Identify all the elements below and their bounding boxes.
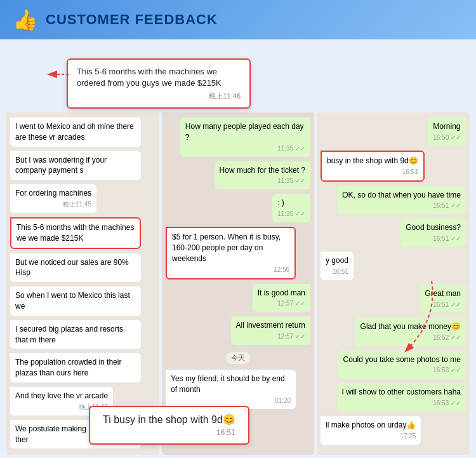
bubble-time: 16:51 ✓✓ [342, 201, 461, 210]
bubble-text: I will show to other customers haha [342, 387, 461, 398]
bubble-text: It is good man [258, 288, 305, 299]
bubble-text: : ) [277, 198, 305, 208]
chat-bubble: For ordering machines晚上11:45 [10, 184, 96, 213]
bubble-text: The population crowded in their plazas t… [15, 357, 136, 379]
bubble-time: 16:52 ✓✓ [360, 333, 461, 342]
bubble-text: How much for the ticket ? [220, 165, 305, 176]
highlight-top-time: 晚上11:46 [77, 91, 241, 101]
chat-bubble: ll make photos on urday👍17:25 [321, 416, 421, 445]
bubble-text: I went to Mexico and oh mine there are t… [15, 121, 136, 143]
bubble-time: 16:51 [327, 168, 418, 177]
chat-bubble: Yes my friend, it should be by end of mo… [166, 370, 296, 409]
highlight-box-bottom: Ti busy in the shop with 9d😊 16:51 [89, 406, 249, 445]
chat-bubble: I will show to other customers haha16:53… [337, 383, 466, 412]
page-title: CUSTOMER FEEDBACK [46, 11, 218, 28]
chat-bubble: So when I went to Mexico this last we [10, 286, 141, 316]
bubble-text: But we noticed our sales are 90% Hisp [15, 257, 136, 279]
bubble-time: 12:56 [172, 266, 289, 274]
bubble-text: Good business? [406, 222, 461, 233]
chat-bubble: This 5-6 months with the machines we we … [10, 217, 141, 249]
chat-bubble: y good16:51 [321, 252, 354, 280]
bubble-text: Glad that you make money😊 [360, 321, 461, 332]
bubble-text: OK, so do that when you have time [342, 190, 461, 201]
chat-bubble: I went to Mexico and oh mine there are t… [10, 118, 141, 147]
bubble-text: ll make photos on urday👍 [326, 420, 416, 431]
bubble-text: So when I went to Mexico this last we [15, 290, 136, 312]
bubble-text: For ordering machines [15, 188, 91, 199]
bubble-time: 16:53 ✓✓ [343, 366, 461, 375]
bubble-time: 11:35 ✓✓ [220, 177, 305, 185]
bubble-text: Could you take some photos to me [343, 354, 461, 365]
bubble-time: 12:57 ✓✓ [258, 299, 305, 308]
bubble-text: busy in the shop with 9d😊 [327, 156, 418, 166]
chat-bubble: But I was wondering if your company paym… [10, 151, 141, 180]
bubble-text: Morning [433, 121, 461, 132]
bubble-text: This 5-6 months with the machines we we … [17, 222, 135, 244]
bubble-text: Great man [425, 288, 461, 299]
chat-bubble: How many people played each day ?11:35 ✓… [180, 118, 310, 157]
bubble-time: 16:50 ✓✓ [433, 133, 461, 142]
chat-panels: I went to Mexico and oh mine there are t… [0, 112, 476, 455]
highlight-box-top: This 5-6 months with the machines we ord… [67, 58, 251, 109]
bubble-time: 晚上11:45 [15, 200, 91, 209]
right-chat-panel: Morning16:50 ✓✓busy in the shop with 9d😊… [317, 112, 470, 455]
chat-bubble: I secured big plazas and resorts that m … [10, 320, 141, 349]
chat-bubble: Glad that you make money😊16:52 ✓✓ [355, 318, 466, 346]
chat-bubble: Good business?16:51 ✓✓ [400, 219, 466, 247]
bubble-text: Yes my friend, it should be by end of mo… [171, 374, 291, 395]
bubble-text: $5 for 1 person. When it is busy, 160-20… [172, 232, 289, 264]
chat-bubble: How much for the ticket ?11:35 ✓✓ [215, 161, 310, 190]
day-separator: 今天 [226, 352, 250, 364]
chat-bubble: OK, so do that when you have time16:51 ✓… [337, 186, 466, 215]
chat-bubble: Could you take some photos to me16:53 ✓✓ [338, 351, 466, 379]
bubble-text: But I was wondering if your company paym… [15, 155, 136, 177]
chat-bubble: $5 for 1 person. When it is busy, 160-20… [166, 227, 296, 279]
chat-bubble: But we noticed our sales are 90% Hisp [10, 253, 141, 283]
bubble-time: 01:20 [171, 396, 291, 405]
bubble-time: 11:35 ✓✓ [277, 210, 305, 219]
bubble-time: 17:25 [326, 432, 416, 441]
bubble-time: 16:51 ✓✓ [425, 300, 461, 309]
mid-chat-panel: How many people played each day ?11:35 ✓… [162, 112, 314, 455]
bubble-text: All investment return [236, 320, 305, 331]
arrow-top-left [44, 65, 70, 84]
chat-bubble: Morning16:50 ✓✓ [428, 118, 466, 146]
chat-bubble: busy in the shop with 9d😊16:51 [321, 151, 425, 182]
content-area: This 5-6 months with the machines we ord… [0, 39, 476, 458]
highlight-top-text: This 5-6 months with the machines we ord… [77, 66, 241, 89]
highlight-bottom-text: Ti busy in the shop with 9d😊 [103, 414, 235, 426]
thumbs-up-icon: 👍 [13, 8, 38, 32]
bubble-text: y good [326, 255, 348, 266]
chat-bubble: : )11:35 ✓✓ [272, 194, 310, 222]
bubble-time: 16:53 ✓✓ [342, 399, 461, 408]
bubble-text: How many people played each day ? [185, 121, 305, 143]
header: 👍 CUSTOMER FEEDBACK [0, 0, 476, 39]
left-chat-panel: I went to Mexico and oh mine there are t… [6, 112, 159, 455]
chat-bubble: It is good man12:57 ✓✓ [253, 284, 310, 313]
bubble-time: 16:51 ✓✓ [406, 234, 461, 243]
bubble-time: 16:51 [326, 267, 348, 276]
bubble-text: And they love the vr arcade [15, 391, 108, 401]
highlight-bottom-time: 16:51 [103, 428, 235, 437]
bubble-time: 12:57 ✓✓ [236, 332, 305, 341]
chat-bubble: Great man16:51 ✓✓ [420, 285, 466, 313]
bubble-text: I secured big plazas and resorts that m … [15, 324, 136, 346]
chat-bubble: The population crowded in their plazas t… [10, 353, 141, 382]
chat-bubble: All investment return12:57 ✓✓ [231, 316, 310, 345]
bubble-time: 11:35 ✓✓ [185, 144, 305, 153]
